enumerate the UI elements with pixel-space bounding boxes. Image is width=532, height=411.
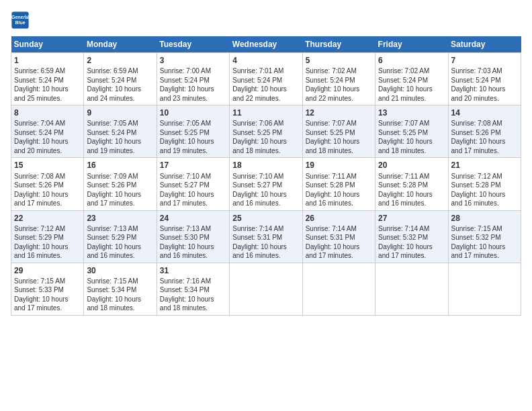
day-info-line: Daylight: 10 hours <box>160 295 226 304</box>
day-number: 6 <box>378 55 445 66</box>
day-info-line: Sunrise: 7:13 AM <box>87 224 153 234</box>
calendar-day-cell: 23Sunrise: 7:13 AMSunset: 5:29 PMDayligh… <box>84 210 157 263</box>
day-info-line: Daylight: 10 hours <box>87 295 153 304</box>
calendar-day-cell: 7Sunrise: 7:03 AMSunset: 5:24 PMDaylight… <box>448 53 521 105</box>
calendar-day-cell: 10Sunrise: 7:05 AMSunset: 5:25 PMDayligh… <box>157 105 229 158</box>
day-info-line: Sunset: 5:31 PM <box>232 233 299 242</box>
day-info-line: and 24 minutes. <box>87 94 153 103</box>
day-info-line: Sunset: 5:30 PM <box>160 233 226 242</box>
day-number: 28 <box>451 213 518 224</box>
day-info-line: Sunrise: 7:08 AM <box>14 172 81 181</box>
day-info-line: Daylight: 10 hours <box>232 190 299 199</box>
day-info-line: and 20 minutes. <box>14 146 81 156</box>
col-header-friday: Friday <box>375 36 448 53</box>
day-number: 10 <box>160 107 226 118</box>
calendar-week-row: 22Sunrise: 7:12 AMSunset: 5:29 PMDayligh… <box>11 210 521 263</box>
day-info-line: Sunset: 5:32 PM <box>451 233 518 242</box>
day-number: 14 <box>451 107 518 118</box>
calendar-day-cell: 20Sunrise: 7:11 AMSunset: 5:28 PMDayligh… <box>375 158 448 210</box>
day-info-line: Sunrise: 7:03 AM <box>451 66 518 76</box>
day-info-line: Sunset: 5:24 PM <box>378 76 445 85</box>
day-info-line: Daylight: 10 hours <box>378 190 445 199</box>
day-info-line: and 21 minutes. <box>378 94 445 103</box>
day-info-line: Daylight: 10 hours <box>306 137 372 146</box>
day-info-line: Sunset: 5:26 PM <box>87 181 153 190</box>
calendar-day-cell: 25Sunrise: 7:14 AMSunset: 5:31 PMDayligh… <box>230 210 302 263</box>
calendar-day-cell: 29Sunrise: 7:15 AMSunset: 5:33 PMDayligh… <box>11 263 84 315</box>
day-info-line: Daylight: 10 hours <box>306 85 372 94</box>
col-header-saturday: Saturday <box>448 36 521 53</box>
day-info-line: and 18 minutes. <box>232 146 299 156</box>
day-number: 26 <box>306 213 372 224</box>
day-info-line: Sunset: 5:25 PM <box>232 128 299 138</box>
day-info-line: Daylight: 10 hours <box>87 190 153 199</box>
day-info-line: Daylight: 10 hours <box>14 190 81 199</box>
day-info-line: Sunrise: 7:12 AM <box>451 172 518 181</box>
calendar-day-cell: 19Sunrise: 7:11 AMSunset: 5:28 PMDayligh… <box>302 158 375 210</box>
day-info-line: Sunset: 5:34 PM <box>160 285 226 295</box>
day-number: 12 <box>306 107 372 118</box>
day-info-line: and 16 minutes. <box>378 199 445 208</box>
day-info-line: Sunrise: 7:16 AM <box>160 277 226 286</box>
day-info-line: Daylight: 10 hours <box>232 242 299 252</box>
calendar-week-row: 15Sunrise: 7:08 AMSunset: 5:26 PMDayligh… <box>11 158 521 210</box>
calendar-day-cell: 4Sunrise: 7:01 AMSunset: 5:24 PMDaylight… <box>230 53 302 105</box>
calendar-day-cell: 26Sunrise: 7:14 AMSunset: 5:31 PMDayligh… <box>302 210 375 263</box>
day-info-line: Daylight: 10 hours <box>451 137 518 146</box>
day-info-line: Sunset: 5:31 PM <box>306 233 372 242</box>
col-header-tuesday: Tuesday <box>157 36 229 53</box>
col-header-wednesday: Wednesday <box>230 36 302 53</box>
calendar-day-cell: 28Sunrise: 7:15 AMSunset: 5:32 PMDayligh… <box>448 210 521 263</box>
day-info-line: Daylight: 10 hours <box>378 137 445 146</box>
day-info-line: Sunrise: 6:59 AM <box>87 66 153 76</box>
calendar-day-cell: 11Sunrise: 7:06 AMSunset: 5:25 PMDayligh… <box>230 105 302 158</box>
day-info-line: Sunset: 5:24 PM <box>87 76 153 85</box>
day-info-line: Sunset: 5:32 PM <box>378 233 445 242</box>
day-info-line: Daylight: 10 hours <box>14 242 81 252</box>
day-info-line: and 17 minutes. <box>14 304 81 313</box>
day-info-line: and 17 minutes. <box>451 146 518 156</box>
day-info-line: and 19 minutes. <box>87 146 153 156</box>
day-info-line: Sunset: 5:33 PM <box>14 285 81 295</box>
day-info-line: Sunset: 5:27 PM <box>160 181 226 190</box>
calendar-header-row: SundayMondayTuesdayWednesdayThursdayFrid… <box>11 36 521 53</box>
empty-cell <box>302 263 375 315</box>
day-info-line: Daylight: 10 hours <box>87 85 153 94</box>
calendar-day-cell: 21Sunrise: 7:12 AMSunset: 5:28 PMDayligh… <box>448 158 521 210</box>
day-info-line: Sunset: 5:24 PM <box>451 76 518 85</box>
day-number: 8 <box>14 107 81 118</box>
day-info-line: Sunset: 5:24 PM <box>87 128 153 138</box>
day-info-line: Daylight: 10 hours <box>160 242 226 252</box>
col-header-sunday: Sunday <box>11 36 84 53</box>
calendar-day-cell: 22Sunrise: 7:12 AMSunset: 5:29 PMDayligh… <box>11 210 84 263</box>
day-info-line: and 18 minutes. <box>160 304 226 313</box>
day-info-line: Sunset: 5:29 PM <box>14 233 81 242</box>
day-info-line: Daylight: 10 hours <box>232 137 299 146</box>
day-info-line: and 17 minutes. <box>160 199 226 208</box>
page-header: General Blue <box>11 11 521 30</box>
day-number: 2 <box>87 55 153 66</box>
day-info-line: and 23 minutes. <box>160 94 226 103</box>
calendar-day-cell: 18Sunrise: 7:10 AMSunset: 5:27 PMDayligh… <box>230 158 302 210</box>
day-number: 11 <box>232 107 299 118</box>
calendar-day-cell: 8Sunrise: 7:04 AMSunset: 5:24 PMDaylight… <box>11 105 84 158</box>
day-info-line: Sunrise: 7:11 AM <box>306 172 372 181</box>
day-info-line: Sunrise: 7:15 AM <box>87 277 153 286</box>
day-info-line: and 22 minutes. <box>232 94 299 103</box>
day-info-line: Daylight: 10 hours <box>14 137 81 146</box>
day-number: 31 <box>160 265 226 276</box>
calendar-day-cell: 30Sunrise: 7:15 AMSunset: 5:34 PMDayligh… <box>84 263 157 315</box>
day-info-line: Sunset: 5:34 PM <box>87 285 153 295</box>
day-info-line: Sunrise: 7:09 AM <box>87 172 153 181</box>
day-info-line: Sunset: 5:28 PM <box>451 181 518 190</box>
day-info-line: and 18 minutes. <box>87 304 153 313</box>
day-info-line: Sunset: 5:24 PM <box>232 76 299 85</box>
day-info-line: and 16 minutes. <box>306 199 372 208</box>
day-info-line: Sunrise: 7:05 AM <box>160 119 226 128</box>
calendar-day-cell: 6Sunrise: 7:02 AMSunset: 5:24 PMDaylight… <box>375 53 448 105</box>
day-info-line: Daylight: 10 hours <box>232 85 299 94</box>
day-number: 18 <box>232 160 299 171</box>
calendar-day-cell: 27Sunrise: 7:14 AMSunset: 5:32 PMDayligh… <box>375 210 448 263</box>
day-number: 29 <box>14 265 81 276</box>
day-info-line: Sunrise: 7:10 AM <box>160 172 226 181</box>
